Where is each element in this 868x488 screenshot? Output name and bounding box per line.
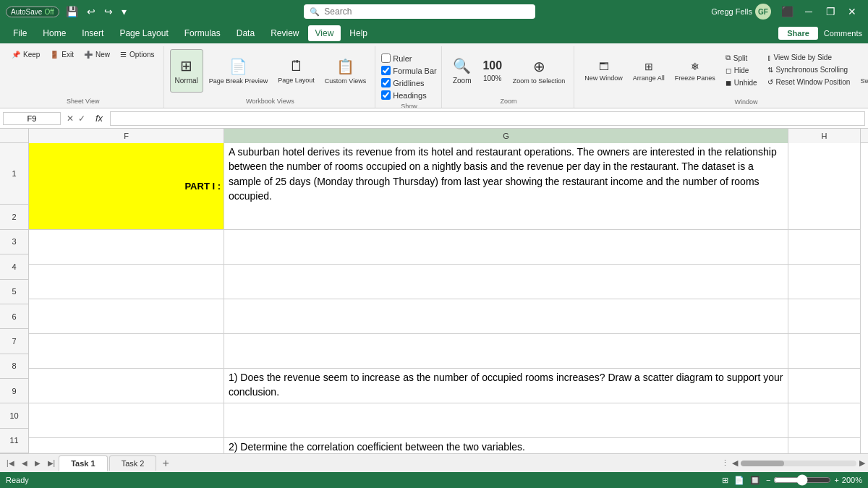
name-box[interactable]: [3, 112, 61, 125]
cell-g4[interactable]: [224, 299, 788, 334]
search-box[interactable]: 🔍: [304, 4, 535, 19]
close-button[interactable]: ✕: [842, 4, 862, 19]
menu-page-layout[interactable]: Page Layout: [112, 25, 175, 41]
headings-checkbox[interactable]: [381, 90, 391, 100]
col-header-h[interactable]: H: [788, 129, 861, 143]
hide-btn[interactable]: ◻ Hide: [721, 65, 762, 76]
new-view-btn[interactable]: ➕ New: [80, 49, 114, 60]
autosave-toggle[interactable]: AutoSave Off: [6, 7, 59, 17]
scrollbar-thumb[interactable]: [741, 461, 784, 466]
headings-checkbox-label[interactable]: Headings: [381, 90, 437, 100]
page-break-preview-btn[interactable]: 📄 Page Break Preview: [205, 49, 273, 93]
customize-qa-icon[interactable]: ▾: [119, 4, 129, 19]
formula-bar-checkbox[interactable]: [381, 66, 391, 75]
col-header-f[interactable]: F: [29, 129, 224, 143]
cell-f7[interactable]: [29, 403, 224, 438]
split-btn[interactable]: ⧉ Split: [721, 52, 762, 64]
restore-button[interactable]: ❐: [820, 4, 841, 19]
menu-data[interactable]: Data: [229, 25, 262, 41]
view-side-by-side-btn[interactable]: ⫿ View Side by Side: [763, 52, 855, 63]
undo-icon[interactable]: ↩: [85, 4, 98, 19]
unhide-btn[interactable]: ◼ Unhide: [721, 77, 762, 88]
menu-review[interactable]: Review: [263, 25, 306, 41]
menu-home[interactable]: Home: [35, 25, 73, 41]
page-layout-view-btn[interactable]: 🗒 Page Layout: [273, 49, 319, 93]
options-btn[interactable]: ☰ Options: [116, 49, 158, 60]
save-icon[interactable]: 💾: [64, 4, 80, 19]
normal-view-icon[interactable]: ⊞: [722, 476, 728, 485]
cell-h8[interactable]: [788, 438, 861, 453]
share-button[interactable]: Share: [778, 27, 818, 40]
cell-f5[interactable]: [29, 334, 224, 369]
sync-scrolling-btn[interactable]: ⇅ Synchronous Scrolling: [763, 64, 855, 75]
cell-g7[interactable]: [224, 403, 788, 438]
menu-formulas[interactable]: Formulas: [177, 25, 228, 41]
page-break-view-icon[interactable]: 🔲: [750, 476, 760, 485]
new-window-btn[interactable]: 🗔 New Window: [580, 49, 627, 93]
cell-h4[interactable]: [788, 299, 861, 334]
tab-prev-btn[interactable]: ◀: [18, 458, 31, 468]
search-input[interactable]: [324, 7, 529, 17]
zoom-in-btn[interactable]: +: [834, 476, 838, 484]
ruler-checkbox-label[interactable]: Ruler: [381, 53, 437, 63]
arrange-all-btn[interactable]: ⊞ Arrange All: [629, 49, 669, 93]
comments-button[interactable]: Comments: [824, 29, 862, 38]
table-row: PART I : A suburban hotel derives its re…: [29, 143, 868, 230]
cell-g3[interactable]: [224, 265, 788, 299]
cell-f3[interactable]: [29, 265, 224, 299]
col-header-g[interactable]: G: [224, 129, 788, 143]
cell-h5[interactable]: [788, 334, 861, 369]
menu-file[interactable]: File: [6, 25, 34, 41]
exit-btn[interactable]: 🚪 Exit: [46, 49, 78, 60]
reset-window-btn[interactable]: ↺ Reset Window Position: [763, 77, 855, 87]
freeze-panes-btn[interactable]: ❄ Freeze Panes: [671, 49, 720, 93]
normal-btn[interactable]: ⊞ Normal: [170, 49, 203, 93]
add-sheet-button[interactable]: +: [158, 457, 173, 470]
scroll-right-icon[interactable]: ▶: [859, 458, 865, 468]
cell-g6[interactable]: 1) Does the revenue seem to increase as …: [224, 369, 788, 403]
gridlines-checkbox[interactable]: [381, 78, 391, 87]
zoom-out-btn[interactable]: −: [766, 476, 770, 484]
ribbon-display-icon[interactable]: ⬛: [777, 4, 797, 19]
ruler-checkbox[interactable]: [381, 53, 391, 63]
cell-h3[interactable]: [788, 265, 861, 299]
sheet-tab-task2[interactable]: Task 2: [109, 455, 157, 471]
cell-h6[interactable]: [788, 369, 861, 403]
switch-windows-btn[interactable]: ⧉ Switch Windows: [856, 52, 868, 95]
tab-first-btn[interactable]: |◀: [3, 458, 18, 468]
cell-h2[interactable]: [788, 230, 861, 265]
zoom-slider[interactable]: [773, 474, 831, 486]
cell-f4[interactable]: [29, 299, 224, 334]
cell-g5[interactable]: [224, 334, 788, 369]
zoom-to-selection-btn[interactable]: ⊕ Zoom to Selection: [509, 49, 570, 93]
tab-next-btn[interactable]: ▶: [31, 458, 44, 468]
zoom-100-btn[interactable]: 100 100%: [478, 49, 507, 93]
keep-btn[interactable]: 📌 Keep: [7, 49, 44, 60]
redo-icon[interactable]: ↪: [102, 4, 115, 19]
minimize-button[interactable]: ─: [799, 4, 819, 19]
formula-input[interactable]: [110, 111, 865, 126]
tab-last-btn[interactable]: ▶|: [44, 458, 59, 468]
menu-view[interactable]: View: [308, 25, 341, 41]
cell-h7[interactable]: [788, 403, 861, 438]
cancel-formula-icon[interactable]: ✕: [67, 114, 74, 124]
gridlines-checkbox-label[interactable]: Gridlines: [381, 78, 437, 87]
custom-views-btn[interactable]: 📋 Custom Views: [320, 49, 370, 93]
cell-h1[interactable]: [788, 143, 861, 230]
horizontal-scrollbar[interactable]: [741, 461, 856, 466]
cell-g8[interactable]: 2) Determine the correlation coefficient…: [224, 438, 788, 453]
cell-g1[interactable]: A suburban hotel derives its revenue fro…: [224, 143, 788, 230]
scroll-left-icon[interactable]: ◀: [732, 458, 738, 468]
menu-insert[interactable]: Insert: [75, 25, 111, 41]
formula-bar-checkbox-label[interactable]: Formula Bar: [381, 66, 437, 75]
cell-g2[interactable]: [224, 230, 788, 265]
confirm-formula-icon[interactable]: ✓: [78, 114, 85, 124]
menu-help[interactable]: Help: [342, 25, 375, 41]
cell-f6[interactable]: [29, 369, 224, 403]
sheet-tab-task1[interactable]: Task 1: [59, 455, 107, 471]
cell-f8[interactable]: [29, 438, 224, 453]
zoom-btn[interactable]: 🔍 Zoom: [448, 49, 477, 93]
cell-f2[interactable]: [29, 230, 224, 265]
page-layout-view-icon[interactable]: 📄: [734, 476, 744, 485]
cell-f1[interactable]: PART I :: [29, 143, 224, 230]
